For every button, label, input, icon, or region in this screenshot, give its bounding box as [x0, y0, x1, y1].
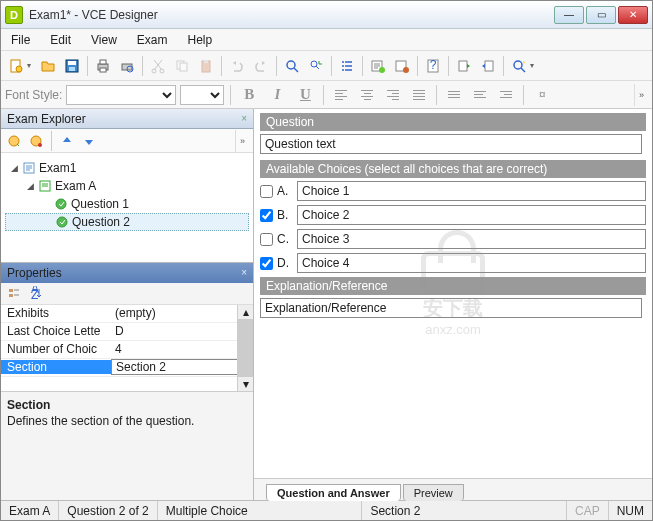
menu-view[interactable]: View — [87, 31, 121, 49]
collapse-icon[interactable]: ◢ — [9, 163, 19, 173]
replace-button[interactable] — [305, 55, 327, 77]
bullet-list-button[interactable] — [443, 84, 465, 106]
underline-button[interactable]: U — [293, 84, 317, 106]
app-icon: D — [5, 6, 23, 24]
exam-explorer-title: Exam Explorer — [7, 112, 86, 126]
menu-file[interactable]: File — [7, 31, 34, 49]
choice-text-0[interactable] — [297, 181, 646, 201]
align-center-button[interactable] — [356, 84, 378, 106]
exam-icon — [22, 161, 36, 175]
minimize-button[interactable]: ― — [554, 6, 584, 24]
tab-question-answer[interactable]: Question and Answer — [266, 484, 401, 501]
symbol-button[interactable]: ¤ — [530, 84, 554, 106]
insert-option-button[interactable] — [391, 55, 413, 77]
choice-text-2[interactable] — [297, 229, 646, 249]
choice-label-1: B. — [277, 208, 293, 222]
indent-button[interactable] — [495, 84, 517, 106]
new-dropdown[interactable]: ▾ — [27, 61, 35, 70]
menu-help[interactable]: Help — [184, 31, 217, 49]
choice-checkbox-0[interactable] — [260, 185, 273, 198]
svg-text:?: ? — [430, 58, 437, 72]
prop-row-exhibits[interactable]: Exhibits(empty) — [1, 305, 253, 323]
prop-row-lastchoice[interactable]: Last Choice LetteD — [1, 323, 253, 341]
alphabetical-icon[interactable]: AZ — [27, 284, 45, 302]
print-button[interactable] — [92, 55, 114, 77]
choice-text-1[interactable] — [297, 205, 646, 225]
add-question-icon[interactable] — [27, 132, 45, 150]
help-button[interactable]: ? — [422, 55, 444, 77]
move-down-icon[interactable] — [80, 132, 98, 150]
exam-explorer-close[interactable]: × — [241, 113, 247, 124]
choice-label-2: C. — [277, 232, 293, 246]
svg-rect-35 — [9, 294, 13, 297]
paste-button[interactable] — [195, 55, 217, 77]
menu-exam[interactable]: Exam — [133, 31, 172, 49]
new-button[interactable] — [5, 55, 27, 77]
export-button[interactable] — [477, 55, 499, 77]
choice-text-3[interactable] — [297, 253, 646, 273]
svg-rect-13 — [180, 63, 187, 71]
maximize-button[interactable]: ▭ — [586, 6, 616, 24]
preview-dropdown[interactable]: ▾ — [530, 61, 538, 70]
svg-point-29 — [38, 143, 42, 147]
save-button[interactable] — [61, 55, 83, 77]
explorer-overflow[interactable]: » — [235, 130, 249, 152]
question-text-input[interactable] — [260, 134, 642, 154]
explanation-input[interactable] — [260, 298, 642, 318]
properties-scrollbar[interactable]: ▴▾ — [237, 305, 253, 391]
menubar: File Edit View Exam Help — [1, 29, 652, 51]
open-button[interactable] — [37, 55, 59, 77]
choice-checkbox-3[interactable] — [260, 257, 273, 270]
exam-tree[interactable]: ◢ Exam1 ◢ Exam A Question 1 Question 2 — [1, 153, 253, 263]
properties-close[interactable]: × — [241, 267, 247, 278]
preview-button[interactable] — [508, 55, 530, 77]
choice-checkbox-1[interactable] — [260, 209, 273, 222]
choice-row-0: A. — [260, 181, 646, 201]
properties-description: Section Defines the section of the quest… — [1, 391, 253, 501]
insert-question-button[interactable] — [367, 55, 389, 77]
prop-desc-title: Section — [7, 398, 247, 412]
prop-row-section[interactable]: SectionSection 2▼ — [1, 359, 253, 377]
tab-preview[interactable]: Preview — [403, 484, 464, 501]
align-justify-button[interactable] — [408, 84, 430, 106]
close-button[interactable]: ✕ — [618, 6, 648, 24]
svg-rect-7 — [100, 68, 106, 72]
svg-rect-4 — [69, 67, 75, 71]
bold-button[interactable]: B — [237, 84, 261, 106]
main-toolbar: ▾ ? ▾ — [1, 51, 652, 81]
svg-rect-15 — [204, 60, 208, 63]
import-button[interactable] — [453, 55, 475, 77]
copy-button[interactable] — [171, 55, 193, 77]
cut-button[interactable] — [147, 55, 169, 77]
tree-question-2[interactable]: Question 2 — [5, 213, 249, 231]
prop-row-numchoice[interactable]: Number of Choic4 — [1, 341, 253, 359]
svg-rect-34 — [9, 289, 13, 292]
list-button[interactable] — [336, 55, 358, 77]
categorized-icon[interactable] — [5, 284, 23, 302]
find-button[interactable] — [281, 55, 303, 77]
redo-button[interactable] — [250, 55, 272, 77]
choice-checkbox-2[interactable] — [260, 233, 273, 246]
svg-point-33 — [57, 217, 67, 227]
print-preview-button[interactable] — [116, 55, 138, 77]
align-right-button[interactable] — [382, 84, 404, 106]
toolbar-overflow[interactable]: » — [634, 84, 648, 106]
font-size-select[interactable] — [180, 85, 224, 105]
italic-button[interactable]: I — [265, 84, 289, 106]
undo-button[interactable] — [226, 55, 248, 77]
font-family-select[interactable] — [66, 85, 176, 105]
choice-row-2: C. — [260, 229, 646, 249]
add-section-icon[interactable] — [5, 132, 23, 150]
collapse-icon[interactable]: ◢ — [25, 181, 35, 191]
svg-point-19 — [379, 67, 385, 73]
align-left-button[interactable] — [330, 84, 352, 106]
svg-rect-6 — [100, 60, 106, 64]
outdent-button[interactable] — [469, 84, 491, 106]
tree-section[interactable]: ◢ Exam A — [5, 177, 249, 195]
menu-edit[interactable]: Edit — [46, 31, 75, 49]
properties-grid[interactable]: Exhibits(empty) Last Choice LetteD Numbe… — [1, 305, 253, 391]
format-toolbar: Font Style: B I U ¤ » — [1, 81, 652, 109]
tree-root[interactable]: ◢ Exam1 — [5, 159, 249, 177]
tree-question-1[interactable]: Question 1 — [5, 195, 249, 213]
move-up-icon[interactable] — [58, 132, 76, 150]
